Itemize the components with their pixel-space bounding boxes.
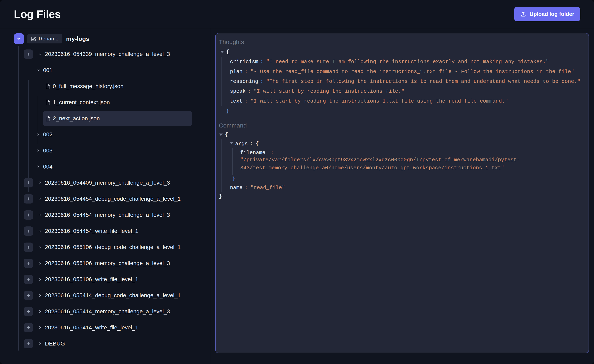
upload-button-label: Upload log folder [530, 11, 574, 17]
json-entry: plan : "- Use the read_file command to r… [230, 67, 583, 77]
json-string-value: "/private/var/folders/lx/cvc0bpt93vx2mcw… [240, 156, 521, 173]
chevron-icon[interactable] [36, 133, 40, 136]
json-entry: criticism : "I need to make sure I am fo… [230, 57, 583, 67]
tree-row[interactable]: 20230616_054409_memory_challenge_a_level… [0, 175, 211, 191]
command-object-closer: } [219, 192, 583, 201]
chevron-icon[interactable] [38, 277, 42, 281]
command-section: Command { args : { [219, 122, 583, 201]
command-label: Command [219, 122, 583, 129]
add-expand-button[interactable] [24, 339, 33, 348]
tree-row[interactable]: 20230616_055106_write_file_level_1 [0, 271, 211, 287]
upload-log-folder-button[interactable]: Upload log folder [514, 7, 580, 21]
tree-row[interactable]: 20230616_054454_write_file_level_1 [0, 223, 211, 239]
add-expand-button[interactable] [24, 291, 33, 300]
chevron-icon[interactable] [38, 213, 42, 217]
add-expand-button[interactable] [24, 49, 33, 59]
tree-item-label: 1_current_context.json [53, 99, 110, 106]
tree-row[interactable]: 20230616_055414_memory_challenge_a_level… [0, 304, 211, 319]
tree-row[interactable]: 003 [0, 143, 211, 159]
tree-item-label: 20230616_055106_debug_code_challenge_a_l… [45, 244, 181, 250]
add-expand-button[interactable] [24, 307, 33, 316]
root-folder-name: my-logs [66, 35, 89, 42]
thoughts-object-opener: { [219, 47, 583, 57]
json-key: name [230, 185, 243, 190]
tree-row[interactable]: DEBUG [0, 336, 211, 352]
json-key: reasoning [230, 79, 258, 84]
add-expand-button[interactable] [24, 259, 33, 268]
chevron-icon[interactable] [38, 261, 42, 265]
tree-item-label: 20230616_054339_memory_challenge_a_level… [45, 51, 170, 57]
tree-row[interactable]: 20230616_055414_debug_code_challenge_a_l… [0, 287, 211, 304]
tree-item-label: 20230616_054454_memory_challenge_a_level… [45, 212, 170, 218]
chevron-icon[interactable] [38, 310, 42, 313]
json-key: speak [230, 89, 246, 94]
add-expand-button[interactable] [24, 210, 33, 220]
page-title: Log Files [14, 8, 61, 20]
thoughts-label: Thoughts [219, 39, 583, 46]
add-expand-button[interactable] [24, 275, 33, 284]
json-entry: text : "I will start by reading the inst… [230, 96, 583, 106]
chevron-icon[interactable] [36, 68, 40, 72]
add-expand-button[interactable] [24, 227, 33, 236]
upload-icon [520, 11, 526, 17]
tree-row[interactable]: 1_current_context.json [0, 94, 211, 110]
tree-row[interactable]: 001 [0, 62, 211, 78]
collapse-triangle-icon[interactable] [219, 134, 223, 136]
chevron-down-icon [16, 36, 21, 41]
tree-item-label: 20230616_055414_memory_challenge_a_level… [45, 308, 170, 315]
add-expand-button[interactable] [24, 178, 33, 188]
chevron-icon[interactable] [36, 165, 40, 169]
chevron-icon[interactable] [38, 181, 42, 185]
chevron-icon[interactable] [38, 342, 42, 346]
json-string-value: "I need to make sure I am following the … [266, 59, 549, 65]
chevron-icon[interactable] [38, 229, 42, 233]
rename-button[interactable]: Rename [27, 34, 62, 43]
args-object-opener: args : { [230, 139, 583, 148]
json-string-value: "I will start by reading the instruction… [250, 98, 508, 104]
json-entry: speak : "I will start by reading the ins… [230, 86, 583, 96]
tree-item-label: 20230616_055106_memory_challenge_a_level… [45, 260, 170, 266]
tree-row[interactable]: 0_full_message_history.json [0, 78, 211, 94]
collapse-triangle-icon[interactable] [230, 142, 234, 144]
json-string-value: "I will start by reading the instruction… [254, 89, 405, 94]
tree-row[interactable]: 20230616_054339_memory_challenge_a_level… [0, 46, 211, 62]
thoughts-object-closer: } [219, 106, 583, 116]
file-tree-pane: Rename my-logs 20230616_054339_memory_ch… [0, 28, 211, 364]
add-expand-button[interactable] [24, 242, 33, 252]
tree-item-label: 002 [43, 131, 53, 138]
chevron-icon[interactable] [38, 293, 42, 297]
tree-item-label: 20230616_055414_write_file_level_1 [45, 324, 138, 331]
tree-row[interactable]: 20230616_055414_write_file_level_1 [0, 319, 211, 336]
tree-row[interactable]: 20230616_055106_memory_challenge_a_level… [0, 255, 211, 271]
chevron-icon[interactable] [36, 149, 40, 153]
json-key: criticism [230, 59, 258, 65]
header: Log Files Upload log folder [0, 0, 594, 28]
file-icon [46, 100, 50, 105]
tree-row[interactable]: 20230616_054454_memory_challenge_a_level… [0, 207, 211, 223]
tree-item-label: 0_full_message_history.json [53, 83, 123, 90]
log-files-app: Log Files Upload log folder [0, 0, 594, 364]
chevron-icon[interactable] [38, 245, 42, 249]
add-expand-button[interactable] [24, 323, 33, 332]
chevron-icon[interactable] [38, 197, 42, 201]
content: Rename my-logs 20230616_054339_memory_ch… [0, 28, 594, 364]
tree-item-label: 20230616_054454_write_file_level_1 [45, 228, 138, 234]
tree-item-label: 20230616_055106_write_file_level_1 [45, 276, 138, 283]
tree-item-label: 2_next_action.json [53, 115, 100, 122]
json-panel: Thoughts { criticism : "I need to make s… [215, 33, 589, 353]
tree-row[interactable]: 20230616_055106_debug_code_challenge_a_l… [0, 239, 211, 255]
collapse-triangle-icon[interactable] [220, 51, 224, 53]
tree-item-label: 20230616_054454_debug_code_challenge_a_l… [45, 196, 181, 202]
tree-row[interactable]: 004 [0, 159, 211, 175]
tree-row[interactable]: 002 [0, 126, 211, 143]
tree-row[interactable]: 20230616_054454_debug_code_challenge_a_l… [0, 191, 211, 207]
add-expand-button[interactable] [24, 194, 33, 203]
chevron-icon[interactable] [38, 52, 42, 56]
tree-item-label: 20230616_054409_memory_challenge_a_level… [45, 180, 170, 186]
json-key: plan [230, 69, 243, 74]
tree-item-label: DEBUG [45, 340, 65, 347]
tree-row[interactable]: 2_next_action.json [0, 110, 211, 126]
chevron-icon[interactable] [38, 325, 42, 330]
root-collapse-button[interactable] [14, 33, 24, 44]
json-string-value: "- Use the read_file command to read the… [250, 69, 574, 74]
